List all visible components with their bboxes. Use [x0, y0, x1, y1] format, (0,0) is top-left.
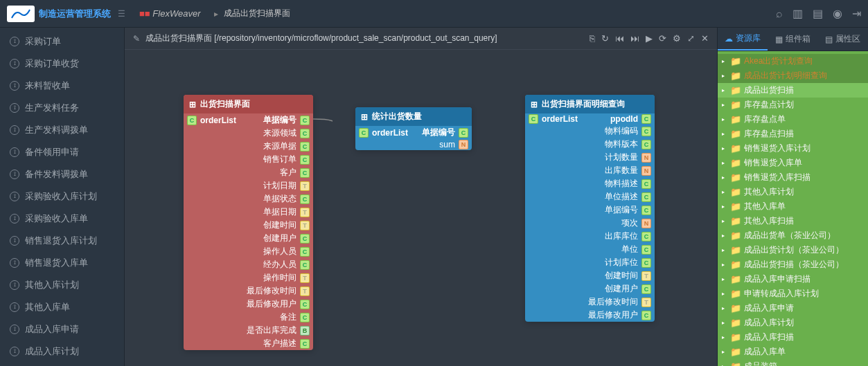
output-port[interactable]: C	[641, 232, 651, 241]
tree-item[interactable]: ▸📁销售退货入库单	[718, 156, 868, 170]
refresh-icon[interactable]: ↻	[601, 33, 609, 44]
output-port[interactable]: T	[300, 273, 310, 283]
sidebar-item[interactable]: ⟟备件发料调拨单	[0, 163, 124, 185]
node-header[interactable]: ⊞出货扫描界面明细查询	[525, 95, 655, 113]
output-port[interactable]: C	[641, 114, 651, 124]
output-port[interactable]: T	[300, 181, 310, 191]
output-port[interactable]: C	[641, 127, 651, 136]
input-port[interactable]: C	[359, 128, 369, 138]
sidebar-item[interactable]: ⟟生产发料调拨单	[0, 119, 124, 141]
sidebar-item[interactable]: ⟟销售退货入库单	[0, 252, 124, 274]
reload-icon[interactable]: ⟳	[659, 33, 666, 44]
play-icon[interactable]: ▶	[646, 33, 653, 44]
tree-item[interactable]: ▸📁申请转成品入库计划	[718, 286, 868, 301]
sidebar-item[interactable]: ⟟采购验收入库单	[0, 208, 124, 230]
search-icon[interactable]: ⌕	[776, 8, 783, 20]
output-port[interactable]: C	[300, 194, 310, 204]
eye-icon[interactable]: ◉	[833, 7, 842, 20]
sidebar-item[interactable]: ⟟采购验收入库计划	[0, 185, 124, 208]
tree-item[interactable]: ▸📁成品入库扫描	[718, 330, 868, 345]
output-port[interactable]: C	[459, 128, 468, 138]
tree-item[interactable]: ▸📁库存盘点单	[718, 112, 868, 127]
tree-item[interactable]: ▸📁成品入库申请	[718, 301, 868, 315]
output-port[interactable]: N	[459, 140, 468, 149]
output-port[interactable]: C	[300, 260, 310, 270]
sidebar-item[interactable]: ⟟其他入库计划	[0, 274, 124, 296]
tree-item[interactable]: ▸📁其他入库扫描	[718, 214, 868, 228]
output-port[interactable]: B	[300, 326, 310, 336]
skip-fwd-icon[interactable]: ⏭	[630, 33, 639, 44]
output-port[interactable]: T	[641, 298, 651, 307]
right-tab[interactable]: ▤属性区	[818, 28, 868, 51]
sidebar-item[interactable]: ⟟采购订单	[0, 30, 124, 53]
output-port[interactable]: C	[300, 168, 310, 178]
input-port[interactable]: C	[529, 114, 538, 124]
output-port[interactable]: C	[300, 129, 310, 138]
output-port[interactable]: N	[641, 219, 651, 228]
output-port[interactable]: T	[300, 221, 310, 230]
sidebar-item[interactable]: ⟟销售退货入库计划	[0, 230, 124, 252]
tree-item[interactable]: ▸📁成品出货计划（茶业公司）	[718, 243, 868, 257]
tree-item[interactable]: ▸📁成品出货单（茶业公司）	[718, 228, 868, 243]
output-port[interactable]: C	[641, 284, 651, 294]
output-port[interactable]: T	[300, 208, 310, 217]
tree-item[interactable]: ▸📁成品出货扫描（茶业公司）	[718, 257, 868, 272]
sidebar-item[interactable]: ⟟备件领用申请	[0, 141, 124, 163]
output-port[interactable]: C	[300, 234, 310, 244]
right-tab[interactable]: ▦组件箱	[768, 28, 817, 51]
sidebar-item[interactable]: ⟟采购订单收货	[0, 53, 124, 75]
tree-item[interactable]: ▸📁销售退货入库计划	[718, 141, 868, 156]
tree-item[interactable]: ▸📁Akea出货计划查询	[718, 54, 868, 68]
logout-icon[interactable]: ⇥	[852, 7, 861, 20]
output-port[interactable]: T	[300, 286, 310, 296]
book-icon[interactable]: ▥	[792, 7, 803, 20]
tree-item[interactable]: ▸📁其他入库计划	[718, 185, 868, 199]
expand-icon[interactable]: ⤢	[687, 33, 695, 44]
output-port[interactable]: C	[300, 300, 310, 309]
chat-icon[interactable]: ▤	[813, 7, 823, 20]
sidebar-item[interactable]: ⟟生产发料任务	[0, 97, 124, 119]
flow-node[interactable]: ⊞出货扫描界面CorderList单据编号C来源领域C来源单据C销售订单C客户C…	[184, 95, 313, 350]
sidebar-item[interactable]: ⟟成品入库申请	[0, 318, 124, 340]
sidebar-item[interactable]: ⟟成品入库计划	[0, 340, 124, 363]
tree-item[interactable]: ▸📁库存盘点扫描	[718, 127, 868, 141]
output-port[interactable]: C	[641, 179, 651, 189]
tree-item[interactable]: ▸📁成品入库计划	[718, 315, 868, 330]
output-port[interactable]: C	[641, 205, 651, 215]
output-port[interactable]: N	[641, 166, 651, 176]
tree-item[interactable]: ▸📁成品出货扫描	[718, 83, 868, 98]
output-port[interactable]: N	[641, 153, 651, 163]
gear-icon[interactable]: ⚙	[673, 33, 681, 44]
output-port[interactable]: C	[641, 245, 651, 255]
skip-back-icon[interactable]: ⏮	[615, 33, 624, 44]
output-port[interactable]: C	[300, 142, 310, 152]
node-header[interactable]: ⊞出货扫描界面	[184, 95, 313, 113]
tree-item[interactable]: ▸📁成品出货计划明细查询	[718, 68, 868, 83]
breadcrumb-page[interactable]: 成品出货扫描界面	[224, 8, 290, 19]
sidebar-item[interactable]: ⟟来料暂收单	[0, 75, 124, 97]
node-header[interactable]: ⊞统计出货数量	[355, 107, 472, 126]
output-port[interactable]: C	[300, 313, 310, 322]
output-port[interactable]: C	[641, 192, 651, 202]
sidebar-item[interactable]: ⟟其他入库单	[0, 296, 124, 318]
menu-toggle-icon[interactable]: ☰	[118, 9, 125, 19]
editor-canvas[interactable]: ⊞出货扫描界面CorderList单据编号C来源领域C来源单据C销售订单C客户C…	[125, 50, 717, 366]
output-port[interactable]: C	[300, 339, 310, 349]
tree-item[interactable]: ▸📁成品入库申请扫描	[718, 272, 868, 286]
copy-icon[interactable]: ⎘	[590, 33, 595, 44]
output-port[interactable]: C	[300, 155, 310, 165]
output-port[interactable]: T	[641, 271, 651, 281]
right-tab[interactable]: ☁资源库	[718, 28, 768, 51]
close-icon[interactable]: ✕	[701, 33, 709, 44]
output-port[interactable]: C	[641, 258, 651, 268]
output-port[interactable]: C	[300, 247, 310, 257]
tree-item[interactable]: ▸📁销售退货入库扫描	[718, 170, 868, 185]
input-port[interactable]: C	[187, 116, 197, 125]
tree-item[interactable]: ▸📁库存盘点计划	[718, 98, 868, 112]
sidebar-item[interactable]: ⟟产品完工入库单	[0, 363, 124, 366]
output-port[interactable]: C	[300, 116, 310, 125]
tree-item[interactable]: ▸📁成品入库单	[718, 345, 868, 359]
flow-node[interactable]: ⊞统计出货数量CorderList单据编号CsumN	[355, 107, 472, 150]
flow-node[interactable]: ⊞出货扫描界面明细查询CorderListppodIdC物料编码C物料版本C计划…	[525, 95, 655, 322]
tree-item[interactable]: ▸📁其他入库单	[718, 199, 868, 214]
